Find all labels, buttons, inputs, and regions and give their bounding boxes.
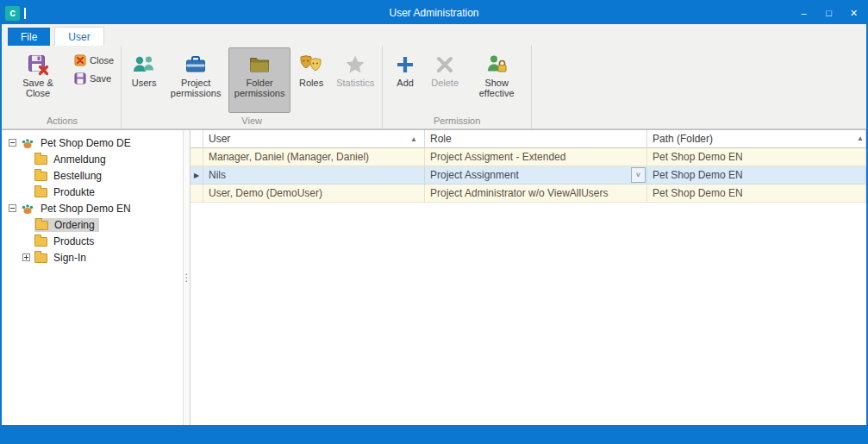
close-button[interactable]: ✕ xyxy=(841,2,866,24)
close-action-label: Close xyxy=(90,55,114,66)
delete-label: Delete xyxy=(431,78,459,88)
show-effective-label: Show effective xyxy=(470,78,523,98)
row-indicator-cell xyxy=(190,184,203,203)
role-cell[interactable]: Project Administrator w/o ViewAllUsers xyxy=(425,184,647,203)
project-icon xyxy=(21,202,34,216)
tree-node-bestellung[interactable]: Bestellung xyxy=(2,167,183,184)
app-icon: c xyxy=(5,6,20,21)
add-icon xyxy=(395,52,415,78)
tree-node-produkte[interactable]: Produkte xyxy=(2,184,183,200)
role-cell[interactable]: Project Assigment - Extended xyxy=(425,148,647,166)
tab-file[interactable]: File xyxy=(8,28,50,46)
save-icon xyxy=(74,72,86,84)
actions-small-buttons: Close Save xyxy=(70,47,118,114)
save-and-close-label: Save & Close xyxy=(11,78,65,98)
statistics-label: Statistics xyxy=(336,78,374,88)
column-header-role-label: Role xyxy=(430,133,452,145)
user-cell[interactable]: Nils xyxy=(203,166,425,184)
window-title: User Administration xyxy=(2,7,866,19)
folder-permissions-button[interactable]: Folder permissions xyxy=(228,47,290,113)
grid-header-row: User ▲ Role Path (Folder) xyxy=(190,130,866,148)
project-permissions-button[interactable]: Project permissions xyxy=(165,47,227,113)
folder-icon xyxy=(34,188,47,197)
close-action-icon xyxy=(74,54,86,66)
minimize-button[interactable]: – xyxy=(791,2,816,24)
role-dropdown-button[interactable]: ˅ xyxy=(631,167,646,183)
header-corner-icon[interactable]: ▲ xyxy=(857,134,864,142)
save-label: Save xyxy=(90,73,111,84)
tree-node-label: Produkte xyxy=(52,186,97,198)
tree-node-products[interactable]: Products xyxy=(2,233,183,249)
roles-button[interactable]: Roles xyxy=(292,47,330,113)
column-header-user-label: User xyxy=(209,133,230,145)
permissions-grid: ▲ User ▲ Role Path (Folder) Manager, Dan… xyxy=(190,130,866,425)
ribbon-group-permission: Add Delete xyxy=(383,46,532,128)
tree-node-ordering[interactable]: Ordering xyxy=(2,216,183,233)
tree-node-label: Ordering xyxy=(53,219,97,231)
project-icon xyxy=(21,136,34,150)
folder-tree: Pet Shop Demo DE Anmeldung Bestellung Pr… xyxy=(2,130,183,425)
close-action-button[interactable]: Close xyxy=(70,51,118,69)
path-cell[interactable]: Pet Shop Demo EN xyxy=(647,166,866,184)
delete-icon xyxy=(434,52,455,78)
users-label: Users xyxy=(132,78,157,88)
role-cell-editor[interactable]: Project Assignment ˅ xyxy=(425,166,647,184)
row-indicator-cell: ▶ xyxy=(190,166,203,184)
folder-icon xyxy=(35,221,48,230)
collapse-icon[interactable] xyxy=(9,204,16,212)
statistics-button: Statistics xyxy=(332,47,378,113)
tree-node-label: Bestellung xyxy=(52,170,103,182)
tree-node-label: Pet Shop Demo EN xyxy=(39,203,133,215)
splitter[interactable]: ⋮ xyxy=(183,130,190,425)
ribbon: Save & Close Close xyxy=(2,46,866,129)
user-cell[interactable]: Manager, Daniel (Manager, Daniel) xyxy=(203,148,425,166)
tree-node-sign-in[interactable]: Sign-In xyxy=(2,249,183,266)
users-icon xyxy=(132,52,156,78)
ribbon-group-view: Users Project permissions xyxy=(122,46,383,128)
window-controls: – □ ✕ xyxy=(791,2,866,24)
ribbon-tab-row: File User xyxy=(2,24,866,46)
title-bar[interactable]: c User Administration – □ ✕ xyxy=(2,2,866,24)
delete-button: Delete xyxy=(426,47,464,113)
user-administration-window: c User Administration – □ ✕ File User xyxy=(0,0,868,444)
roles-icon xyxy=(298,52,324,78)
column-header-user[interactable]: User ▲ xyxy=(203,130,425,147)
sort-ascending-icon: ▲ xyxy=(410,135,417,143)
actions-group-label: Actions xyxy=(6,114,118,128)
tree-node-pet-shop-demo-de[interactable]: Pet Shop Demo DE xyxy=(2,134,183,151)
save-button[interactable]: Save xyxy=(70,69,118,87)
tree-node-pet-shop-demo-en[interactable]: Pet Shop Demo EN xyxy=(2,200,183,216)
path-cell[interactable]: Pet Shop Demo EN xyxy=(647,148,866,166)
path-cell[interactable]: Pet Shop Demo EN xyxy=(647,184,866,203)
show-effective-button[interactable]: Show effective xyxy=(465,47,528,113)
folder-icon xyxy=(34,253,47,263)
folder-icon xyxy=(34,155,47,165)
tree-node-anmeldung[interactable]: Anmeldung xyxy=(2,151,183,167)
table-row[interactable]: User, Demo (DemoUser) Project Administra… xyxy=(190,184,866,203)
tree-node-label: Pet Shop Demo DE xyxy=(39,137,133,149)
row-indicator-header xyxy=(190,130,203,147)
titlebar-caret xyxy=(24,8,26,19)
users-button[interactable]: Users xyxy=(125,47,163,113)
maximize-button[interactable]: □ xyxy=(816,2,841,24)
column-header-path-label: Path (Folder) xyxy=(653,133,713,145)
save-and-close-icon xyxy=(27,52,49,78)
expand-icon[interactable] xyxy=(22,253,30,261)
table-row[interactable]: Manager, Daniel (Manager, Daniel) Projec… xyxy=(190,148,866,166)
show-effective-icon xyxy=(485,52,508,78)
add-button[interactable]: Add xyxy=(386,47,424,113)
table-row-selected[interactable]: ▶ Nils Project Assignment ˅ Pet Shop Dem… xyxy=(190,166,866,184)
tree-selection-highlight: Ordering xyxy=(34,218,99,232)
column-header-path[interactable]: Path (Folder) xyxy=(647,130,866,147)
status-bar xyxy=(2,425,866,442)
save-and-close-button[interactable]: Save & Close xyxy=(7,47,69,113)
grid-empty-area xyxy=(190,203,866,425)
project-permissions-icon xyxy=(184,52,207,78)
view-group-label: View xyxy=(124,114,379,128)
tab-user[interactable]: User xyxy=(54,27,103,46)
row-indicator-icon: ▶ xyxy=(194,172,199,179)
column-header-role[interactable]: Role xyxy=(425,130,647,147)
tree-node-label: Anmeldung xyxy=(52,153,108,166)
user-cell[interactable]: User, Demo (DemoUser) xyxy=(203,184,425,203)
collapse-icon[interactable] xyxy=(9,139,16,147)
